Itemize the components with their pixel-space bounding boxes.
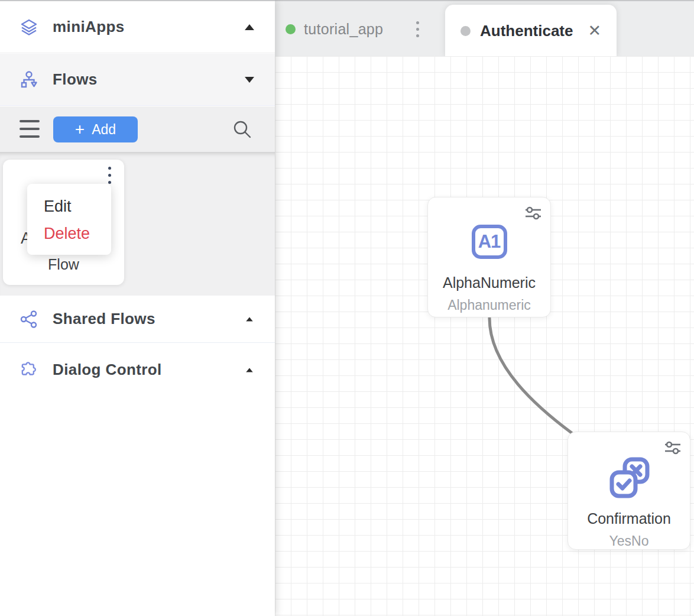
flow-hierarchy-icon — [20, 70, 38, 89]
hamburger-menu-icon[interactable] — [20, 120, 40, 138]
sidebar-item-flows[interactable]: Flows — [0, 54, 275, 106]
sidebar-item-label: miniApps — [53, 18, 125, 36]
node-alphanumeric[interactable]: A1 AlphaNumeric Alphanumeric — [427, 197, 551, 317]
sidebar-item-miniapps[interactable]: miniApps — [0, 1, 275, 53]
node-title: Confirmation — [587, 510, 671, 527]
settings-sliders-icon[interactable] — [664, 440, 682, 456]
settings-sliders-icon[interactable] — [524, 206, 542, 221]
node-subtitle: Alphanumeric — [447, 297, 531, 313]
caret-up-icon — [246, 368, 253, 372]
add-flow-button[interactable]: + Add — [53, 116, 138, 142]
sidebar-item-label: Flows — [53, 70, 98, 89]
flow-name-fragment: Flow — [3, 256, 124, 273]
puzzle-icon — [20, 361, 38, 380]
edit-menu-item[interactable]: Edit — [44, 199, 111, 215]
tab-tutorial-app[interactable]: tutorial_app — [286, 1, 383, 57]
alphanumeric-a1-icon: A1 — [472, 225, 507, 259]
tab-label: tutorial_app — [304, 21, 383, 38]
tab-kebab-menu-icon[interactable] — [413, 1, 422, 57]
close-tab-icon[interactable]: ✕ — [588, 23, 601, 39]
tab-bar: tutorial_app Authenticate ✕ — [275, 0, 694, 56]
tab-label: Authenticate — [480, 22, 573, 40]
tab-authenticate[interactable]: Authenticate ✕ — [445, 5, 617, 57]
layers-icon — [20, 18, 38, 37]
sidebar-item-label: Shared Flows — [53, 310, 155, 328]
flow-context-menu: Edit Delete — [27, 184, 111, 255]
share-icon — [20, 310, 38, 329]
plus-icon: + — [75, 121, 85, 138]
delete-menu-item[interactable]: Delete — [44, 226, 111, 242]
sidebar-item-dialog-control[interactable]: Dialog Control — [0, 343, 275, 396]
caret-up-icon — [245, 24, 254, 30]
flows-toolbar: + Add — [0, 106, 275, 152]
yesno-check-cross-icon — [607, 456, 651, 500]
main-area: tutorial_app Authenticate ✕ A1 AlphaNume… — [275, 0, 694, 616]
node-confirmation[interactable]: Confirmation YesNo — [567, 432, 690, 550]
caret-up-icon — [246, 317, 253, 321]
sidebar-item-shared-flows[interactable]: Shared Flows — [0, 296, 275, 343]
flows-list: A Flow Edit Delete — [0, 152, 275, 296]
sidebar: miniApps Flows + Add A F — [0, 0, 275, 616]
green-status-dot-icon — [286, 24, 296, 34]
add-button-label: Add — [92, 122, 116, 138]
node-subtitle: YesNo — [609, 533, 649, 549]
search-icon[interactable] — [232, 119, 252, 140]
gray-status-dot-icon — [460, 26, 471, 36]
node-title: AlphaNumeric — [443, 274, 536, 291]
sidebar-item-label: Dialog Control — [53, 361, 162, 379]
caret-down-icon — [245, 77, 254, 83]
